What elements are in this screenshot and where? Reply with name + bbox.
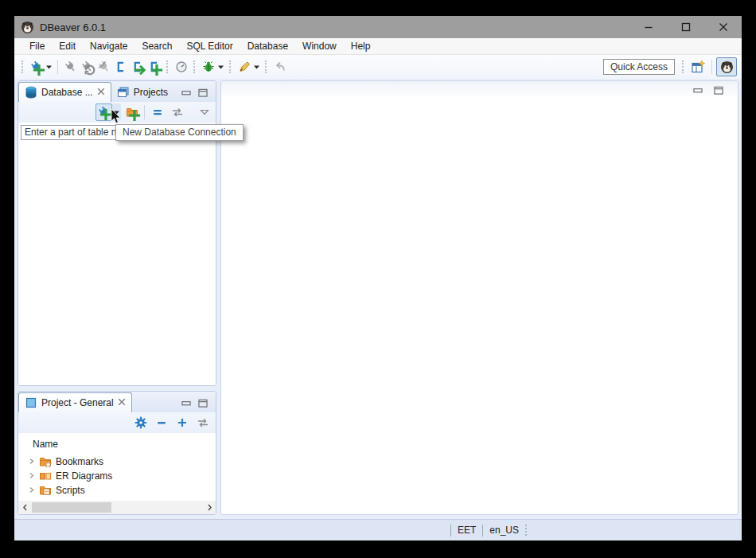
status-timezone: EET <box>458 525 476 536</box>
status-grip <box>525 525 528 536</box>
toolbar-grip <box>265 60 267 73</box>
expander-chevron-icon[interactable] <box>23 470 35 482</box>
scroll-left-icon[interactable] <box>18 501 31 514</box>
tab-database-navigator[interactable]: Database ... <box>18 82 111 102</box>
close-tab-icon[interactable] <box>97 87 105 98</box>
invalidate-reconnect-icon[interactable] <box>79 58 95 76</box>
tree-row-scripts[interactable]: Scripts <box>23 483 216 498</box>
editor-area <box>220 80 738 515</box>
tree-item-label: Scripts <box>56 485 85 496</box>
tab-project-general[interactable]: Project - General <box>18 392 132 412</box>
database-icon <box>25 86 37 99</box>
close-tab-icon[interactable] <box>118 397 126 408</box>
mouse-cursor <box>111 109 121 125</box>
collapse-all-icon[interactable] <box>153 414 170 431</box>
project-tab-bar: Project - General <box>18 392 216 412</box>
toolbar-separator <box>711 60 712 74</box>
new-connection-dropdown-arrow[interactable] <box>45 58 53 76</box>
horizontal-scrollbar[interactable] <box>18 501 216 514</box>
maximize-button[interactable] <box>667 16 704 38</box>
view-menu-icon[interactable] <box>196 103 212 121</box>
menu-file[interactable]: File <box>22 39 52 53</box>
tree-item-label: Bookmarks <box>56 456 103 467</box>
new-sql-editor-button[interactable] <box>146 58 162 76</box>
column-header-name: Name <box>33 439 216 450</box>
expand-all-icon[interactable] <box>173 414 190 431</box>
link-with-editor-icon[interactable] <box>194 414 211 431</box>
menu-database[interactable]: Database <box>240 39 295 53</box>
dbeaver-perspective-toggle[interactable] <box>716 57 737 76</box>
tab-label: Projects <box>134 87 168 98</box>
toolbar-grip <box>682 60 684 73</box>
scroll-right-icon[interactable] <box>203 501 216 514</box>
toolbar-grip <box>229 60 232 73</box>
link-with-editor-icon[interactable] <box>169 103 185 121</box>
tab-label: Database ... <box>41 87 93 98</box>
scrollbar-thumb[interactable] <box>32 502 111 513</box>
toolbar-grip <box>21 60 24 73</box>
new-folder-icon[interactable] <box>123 103 140 121</box>
expander-chevron-icon[interactable] <box>23 456 35 467</box>
window-title: DBeaver 6.0.1 <box>40 21 106 33</box>
editor-empty-area <box>221 99 738 514</box>
tab-projects[interactable]: Projects <box>111 82 173 102</box>
quick-access-box[interactable]: Quick Access <box>603 59 675 75</box>
tab-label: Project - General <box>41 397 114 408</box>
status-locale: en_US <box>489 525 519 536</box>
minimize-view-icon[interactable] <box>181 399 191 408</box>
navigator-tree-area[interactable] <box>18 141 216 386</box>
transfer-dropdown-arrow[interactable] <box>252 58 261 76</box>
data-transfer-icon[interactable] <box>236 58 252 76</box>
connect-icon[interactable] <box>62 58 79 76</box>
debug-icon[interactable] <box>200 58 216 76</box>
configure-gear-icon[interactable] <box>132 414 149 431</box>
menu-sql-editor[interactable]: SQL Editor <box>179 39 240 53</box>
open-perspective-icon[interactable] <box>688 58 707 76</box>
tree-item-label: ER Diagrams <box>56 470 112 482</box>
projects-icon <box>117 86 130 99</box>
scripts-folder-icon <box>39 484 52 497</box>
minimize-button[interactable] <box>629 16 667 38</box>
menu-help[interactable]: Help <box>344 39 378 53</box>
maximize-view-icon[interactable] <box>198 399 208 408</box>
status-bar: EET en_US <box>14 519 742 540</box>
navigator-tab-bar: Database ... Projects <box>18 81 216 102</box>
toolbar-separator <box>144 105 145 119</box>
dbeaver-logo-icon <box>21 21 34 34</box>
toolbar-grip <box>166 60 169 73</box>
minimize-view-icon[interactable] <box>181 88 191 97</box>
disconnect-icon[interactable] <box>95 58 112 76</box>
menu-window[interactable]: Window <box>295 39 344 53</box>
open-sql-console-button[interactable] <box>129 58 146 76</box>
back-arrow-icon <box>271 58 288 76</box>
menu-edit[interactable]: Edit <box>52 39 83 53</box>
menu-search[interactable]: Search <box>134 39 179 53</box>
maximize-view-icon[interactable] <box>714 86 723 95</box>
er-diagrams-icon <box>39 470 52 482</box>
new-connection-button[interactable] <box>28 58 45 76</box>
new-connection-button[interactable] <box>95 103 112 121</box>
debug-dropdown-arrow[interactable] <box>216 58 225 76</box>
project-general-panel: Project - General Name <box>18 391 216 515</box>
status-separator <box>450 525 451 537</box>
menu-navigate[interactable]: Navigate <box>83 39 134 53</box>
close-button[interactable] <box>704 16 742 38</box>
maximize-view-icon[interactable] <box>198 88 208 97</box>
menu-bar: File Edit Navigate Search SQL Editor Dat… <box>14 38 742 55</box>
tree-row-er-diagrams[interactable]: ER Diagrams <box>23 469 216 483</box>
tooltip: New Database Connection <box>115 124 244 141</box>
main-toolbar: Quick Access <box>14 55 742 79</box>
workbench: Database ... Projects <box>14 79 742 519</box>
dashboard-icon[interactable] <box>173 58 189 76</box>
tree-row-bookmarks[interactable]: Bookmarks <box>23 455 216 469</box>
bookmarks-folder-icon <box>39 455 52 468</box>
expander-chevron-icon[interactable] <box>23 485 35 496</box>
toolbar-separator <box>57 60 58 74</box>
dbeaver-perspective-icon <box>720 60 734 74</box>
project-general-icon <box>25 396 37 409</box>
project-toolbar <box>18 412 216 433</box>
collapse-all-icon[interactable] <box>149 103 166 121</box>
sql-editor-button[interactable] <box>112 58 129 76</box>
minimize-view-icon[interactable] <box>693 86 703 95</box>
toolbar-grip <box>193 60 196 73</box>
